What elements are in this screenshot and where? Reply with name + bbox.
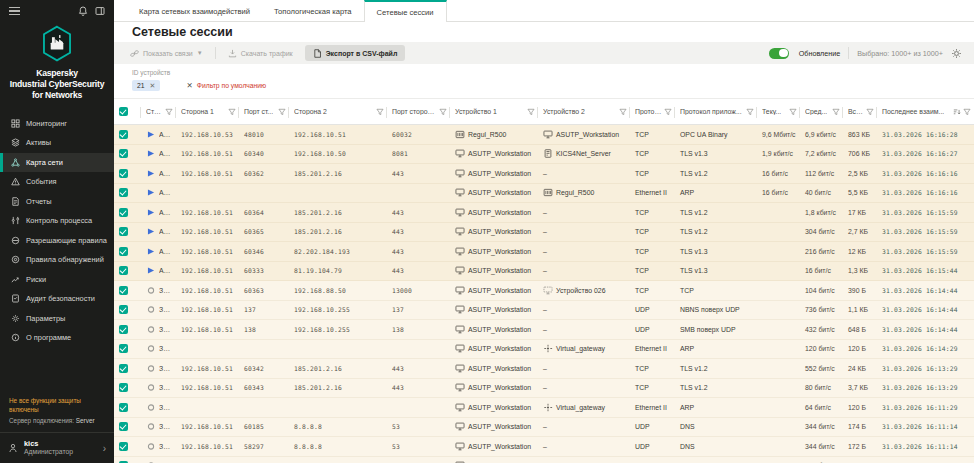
tab-topology-map[interactable]: Топологическая карта [262, 0, 363, 21]
row-checkbox[interactable] [119, 208, 128, 217]
funnel-icon[interactable] [832, 108, 840, 116]
cell-check[interactable] [114, 301, 141, 320]
table-row[interactable]: Активна192.168.10.5160362185.201.2.16443… [114, 164, 974, 184]
funnel-icon[interactable] [165, 108, 173, 116]
column-header-side2[interactable]: Сторона 2 [289, 99, 387, 124]
table-row[interactable]: Активна192.168.10.5160365185.201.2.16443… [114, 223, 974, 243]
header-select-all-cell[interactable] [114, 99, 141, 124]
cell-check[interactable] [114, 223, 141, 242]
table-row[interactable]: Заверш...ASUTP_WorkstationVirtual_gatewa… [114, 340, 974, 360]
column-header-status[interactable]: Статус [141, 99, 176, 124]
funnel-icon[interactable] [746, 108, 754, 116]
cell-check[interactable] [114, 437, 141, 456]
cell-check[interactable] [114, 418, 141, 437]
cell-check[interactable] [114, 125, 141, 144]
export-csv-button[interactable]: Экспорт в CSV-файл [305, 45, 406, 61]
sidebar-item-reports[interactable]: Отчеты [0, 192, 114, 212]
table-row[interactable]: Заверш...192.168.10.51138192.168.10.2551… [114, 320, 974, 340]
notifications-bell-icon[interactable] [78, 6, 88, 16]
cell-check[interactable] [114, 457, 141, 463]
table-row[interactable]: Заверш...192.168.10.51137192.168.10.2551… [114, 301, 974, 321]
tab-network-sessions[interactable]: Сетевые сессии [364, 0, 447, 22]
table-row[interactable]: Заверш...192.168.10.51582978.8.8.853ASUT… [114, 437, 974, 457]
device-id-filter-chip[interactable]: 21 ✕ [132, 80, 160, 91]
cell-check[interactable] [114, 262, 141, 281]
cell-check[interactable] [114, 203, 141, 222]
funnel-icon[interactable] [278, 108, 286, 116]
funnel-icon[interactable] [664, 108, 672, 116]
cell-check[interactable] [114, 340, 141, 359]
column-header-dev1[interactable]: Устройство 1 [450, 99, 538, 124]
sort-desc-icon[interactable] [953, 108, 961, 116]
row-checkbox[interactable] [119, 325, 128, 334]
cell-check[interactable] [114, 184, 141, 203]
sidebar-item-security-audit[interactable]: Аудит безопасности [0, 289, 114, 309]
tab-interaction-map[interactable]: Карта сетевых взаимодействий [127, 0, 262, 21]
column-header-cur[interactable]: Теку... [757, 99, 800, 124]
funnel-icon[interactable] [963, 108, 971, 116]
funnel-icon[interactable] [527, 108, 535, 116]
cell-check[interactable] [114, 398, 141, 417]
table-row[interactable]: Заверш...ASUTP_WorkstationVirtual_gatewa… [114, 398, 974, 418]
column-header-port1[interactable]: Порт ст... [239, 99, 289, 124]
row-checkbox[interactable] [119, 422, 128, 431]
row-checkbox[interactable] [119, 188, 128, 197]
column-header-last[interactable]: Последнее взаим... [877, 99, 974, 124]
sidebar-item-detection-rules[interactable]: Правила обнаружений [0, 250, 114, 270]
table-row[interactable]: Активна192.168.10.5348010192.168.10.5160… [114, 125, 974, 145]
cell-check[interactable] [114, 145, 141, 164]
user-account[interactable]: kics Администратор › [0, 432, 114, 463]
cell-check[interactable] [114, 359, 141, 378]
sidebar-item-monitoring[interactable]: Мониторинг [0, 114, 114, 134]
table-row[interactable]: Активна192.168.10.516034682.202.184.1934… [114, 242, 974, 262]
table-row[interactable]: Заверш...192.168.10.51138192.168.10.2551… [114, 457, 974, 463]
table-row[interactable]: Заверш...192.168.10.5160343185.201.2.164… [114, 379, 974, 399]
sidebar-item-assets[interactable]: Активы [0, 133, 114, 153]
sidebar-item-risks[interactable]: Риски [0, 270, 114, 290]
table-row[interactable]: АктивнаASUTP_WorkstationRegul_R500Ethern… [114, 184, 974, 204]
table-row[interactable]: Активна192.168.10.5160364185.201.2.16443… [114, 203, 974, 223]
row-checkbox[interactable] [119, 305, 128, 314]
row-checkbox[interactable] [119, 364, 128, 373]
funnel-icon[interactable] [866, 108, 874, 116]
table-row[interactable]: Заверш...192.168.10.5160342185.201.2.164… [114, 359, 974, 379]
select-all-checkbox[interactable] [119, 107, 128, 116]
table-row[interactable]: Заверш...192.168.10.51601858.8.8.853ASUT… [114, 418, 974, 438]
row-checkbox[interactable] [119, 286, 128, 295]
table-row[interactable]: Заверш...192.168.10.5160363192.168.88.50… [114, 281, 974, 301]
table-settings-gear-icon[interactable] [951, 48, 962, 59]
cell-check[interactable] [114, 379, 141, 398]
funnel-icon[interactable] [376, 108, 384, 116]
column-header-appproto[interactable]: Протокол прилож... [675, 99, 757, 124]
menu-icon[interactable] [9, 5, 20, 17]
row-checkbox[interactable] [119, 266, 128, 275]
sidebar-item-settings[interactable]: Параметры [0, 309, 114, 329]
row-checkbox[interactable] [119, 149, 128, 158]
sidebar-item-process-control[interactable]: Контроль процесса [0, 211, 114, 231]
column-header-port2[interactable]: Порт сторон... [387, 99, 450, 124]
sidebar-item-events[interactable]: События [0, 172, 114, 192]
column-header-side1[interactable]: Сторона 1 [176, 99, 239, 124]
column-header-dev2[interactable]: Устройство 2 [538, 99, 630, 124]
cell-check[interactable] [114, 164, 141, 183]
funnel-icon[interactable] [789, 108, 797, 116]
row-checkbox[interactable] [119, 344, 128, 353]
column-header-proto[interactable]: Протокол ... [630, 99, 675, 124]
funnel-icon[interactable] [619, 108, 627, 116]
cell-check[interactable] [114, 281, 141, 300]
cell-check[interactable] [114, 320, 141, 339]
row-checkbox[interactable] [119, 403, 128, 412]
collapse-panel-icon[interactable] [95, 6, 105, 16]
row-checkbox[interactable] [119, 383, 128, 392]
column-header-total[interactable]: Всег... [843, 99, 877, 124]
row-checkbox[interactable] [119, 247, 128, 256]
row-checkbox[interactable] [119, 227, 128, 236]
row-checkbox[interactable] [119, 442, 128, 451]
refresh-toggle[interactable] [769, 48, 789, 59]
sidebar-item-network-map[interactable]: Карта сети [0, 153, 114, 173]
funnel-icon[interactable] [439, 108, 447, 116]
sidebar-item-about[interactable]: О программе [0, 328, 114, 348]
sidebar-item-allow-rules[interactable]: Разрешающие правила [0, 231, 114, 251]
download-traffic-button[interactable]: Скачать трафик [224, 47, 297, 60]
reset-to-default-filter[interactable]: ✕ Фильтр по умолчанию [186, 81, 266, 90]
